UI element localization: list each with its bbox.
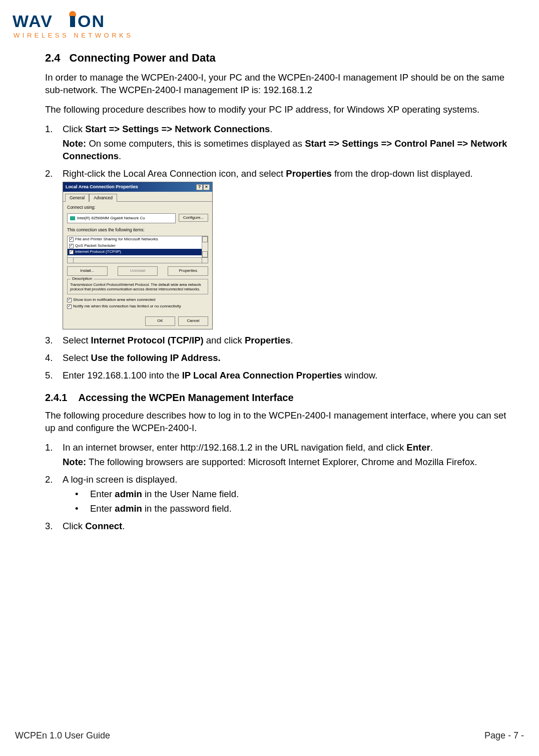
section-title: Connecting Power and Data — [70, 52, 216, 64]
logo-tagline: WIRELESS NETWORKS — [14, 32, 133, 39]
step-number: 1. — [45, 442, 63, 471]
show-icon-checkbox[interactable]: ✓Show icon in notification area when con… — [67, 297, 208, 303]
items-listbox[interactable]: ✓File and Printer Sharing for Microsoft … — [67, 236, 208, 258]
step-4-text: Select Use the following IP Address. — [63, 352, 519, 364]
intro-paragraph-1: In order to manage the WCPEn-2400-I, you… — [45, 72, 519, 97]
tab-general[interactable]: General — [65, 194, 89, 202]
subsection-title: Accessing the WCPEn Management Interface — [78, 392, 293, 403]
nic-field: Intel(R) 82566MM Gigabit Network Co — [67, 213, 176, 224]
svg-text:ON: ON — [78, 12, 105, 31]
dialog-title: Local Area Connection Properties — [66, 184, 138, 190]
bullet-list: •Enter admin in the User Name field. •En… — [70, 488, 519, 515]
step-3-text: Select Internet Protocol (TCP/IP) and cl… — [63, 334, 519, 347]
page-footer: WCPEn 1.0 User Guide Page - 7 - — [15, 730, 524, 741]
step-number: 4. — [45, 352, 63, 366]
connect-using-label: Connect using: — [67, 205, 208, 210]
help-icon[interactable]: ? — [196, 184, 203, 190]
svg-text:WAV: WAV — [13, 12, 53, 31]
install-button[interactable]: Install... — [67, 266, 108, 276]
step-3-text: Click Connect. — [63, 520, 519, 533]
scrollbar-vertical[interactable] — [202, 236, 208, 257]
properties-button[interactable]: Properties — [168, 266, 208, 276]
footer-right: Page - 7 - — [484, 730, 524, 741]
nic-icon — [70, 216, 75, 220]
footer-left: WCPEn 1.0 User Guide — [15, 730, 110, 741]
step-number: 3. — [45, 520, 63, 535]
description-group: Description Transmission Control Protoco… — [67, 279, 208, 294]
step-number: 2. — [45, 474, 63, 517]
step-2-text: A log-in screen is displayed. — [63, 474, 519, 486]
step-1-note: Note: On some computers, this is sometim… — [63, 138, 519, 163]
bullet-icon: • — [70, 503, 90, 515]
logo: WAV ON WIRELESS NETWORKS — [13, 10, 524, 43]
ok-button[interactable]: OK — [145, 316, 175, 326]
section-heading: 2.4Connecting Power and Data — [45, 51, 519, 66]
step-1-text: In an internet browser, enter http://192… — [63, 442, 519, 454]
tab-advanced[interactable]: Advanced — [89, 194, 117, 202]
bullet-2: Enter admin in the password field. — [90, 503, 232, 515]
bullet-1: Enter admin in the User Name field. — [90, 488, 239, 501]
uninstall-button: Uninstall — [118, 266, 158, 276]
step-5-text: Enter 192.168.1.100 into the IP Local Ar… — [63, 369, 519, 382]
section-number: 2.4 — [45, 52, 61, 64]
bullet-icon: • — [70, 488, 90, 501]
procedure-list-2: 1. In an internet browser, enter http://… — [45, 442, 519, 535]
subsection-heading: 2.4.1Accessing the WCPEn Management Inte… — [45, 391, 519, 405]
subsection-intro: The following procedure describes how to… — [45, 410, 519, 435]
step-2-text: Right-click the Local Area Connection ic… — [63, 168, 519, 180]
notify-checkbox[interactable]: ✓Notify me when this connection has limi… — [67, 304, 208, 309]
dialog-titlebar: Local Area Connection Properties ?× — [63, 182, 212, 191]
step-number: 5. — [45, 369, 63, 384]
dialog-screenshot: Local Area Connection Properties ?× Gene… — [63, 182, 519, 329]
svg-rect-2 — [70, 16, 75, 27]
procedure-list-1: 1. Click Start => Settings => Network Co… — [45, 123, 519, 384]
step-number: 1. — [45, 123, 63, 165]
items-label: This connection uses the following items… — [67, 227, 208, 233]
step-number: 3. — [45, 334, 63, 349]
configure-button[interactable]: Configure... — [179, 214, 208, 222]
intro-paragraph-2: The following procedure describes how to… — [45, 104, 519, 116]
step-1-text: Click Start => Settings => Network Conne… — [63, 123, 519, 136]
step-number: 2. — [45, 168, 63, 332]
cancel-button[interactable]: Cancel — [178, 316, 208, 326]
step-1-note: Note: The following browsers are support… — [63, 456, 519, 469]
subsection-number: 2.4.1 — [45, 392, 67, 403]
scrollbar-horizontal[interactable] — [67, 258, 208, 263]
close-icon[interactable]: × — [203, 184, 210, 190]
